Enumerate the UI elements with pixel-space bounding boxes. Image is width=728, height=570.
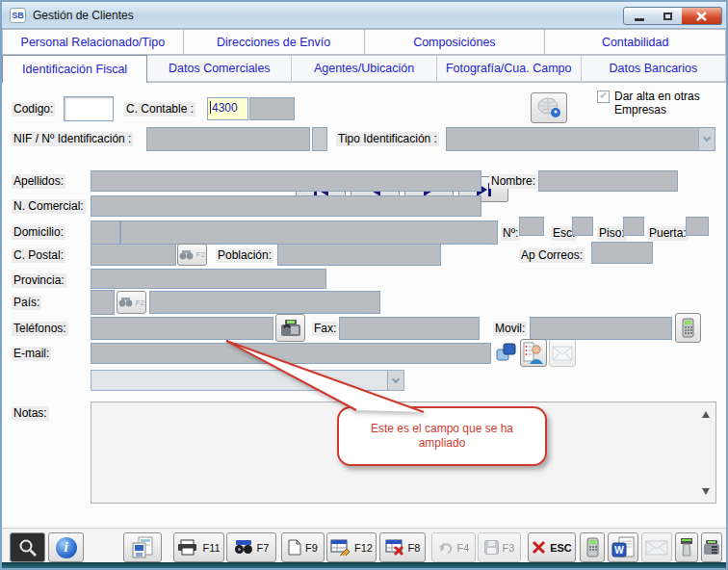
f4-label: F4: [457, 542, 470, 554]
contact-person-icon: [523, 342, 544, 364]
new-document-icon: [288, 539, 301, 556]
subcuenta-input[interactable]: [249, 97, 295, 120]
nif-extra-button[interactable]: [312, 127, 327, 151]
c-postal-search-button[interactable]: F2: [177, 244, 207, 266]
pais-input[interactable]: [149, 291, 380, 314]
dropdown-button[interactable]: [387, 371, 403, 390]
edit-grid-icon: [330, 539, 351, 556]
telefonos-label: Teléfonos:: [12, 322, 68, 336]
apellidos-input[interactable]: [91, 170, 481, 192]
binoculars-icon: [118, 298, 133, 307]
two-windows-icon: [495, 342, 518, 363]
f11-label: F11: [202, 542, 220, 554]
contable-label: C. Contable :: [124, 102, 195, 117]
tab-datos-comerciales[interactable]: Datos Comerciales: [147, 55, 292, 82]
domicilio-input[interactable]: [120, 220, 498, 245]
notas-label: Notas:: [12, 406, 49, 421]
f2-shortcut-label: F2: [196, 250, 205, 259]
movil-input[interactable]: [530, 317, 672, 340]
edit-record-button[interactable]: F12: [326, 532, 377, 562]
app-logo-icon: SB: [10, 8, 26, 23]
title-bar[interactable]: SB Gestión de Clientes: [2, 2, 726, 29]
web-info-button[interactable]: [531, 92, 567, 123]
calculator-button[interactable]: [580, 532, 605, 562]
dropdown-button[interactable]: [698, 128, 715, 150]
binoculars-icon: [234, 540, 253, 555]
tab-agentes-ubicacion[interactable]: Agentes/Ubicación: [292, 55, 436, 82]
tab-strip-bottom: Identificación Fiscal Datos Comerciales …: [2, 55, 726, 83]
contact-card-button[interactable]: [520, 339, 547, 367]
cancel-button[interactable]: ESC: [528, 532, 576, 562]
window-title: Gestión de Clientes: [33, 9, 134, 22]
undo-button[interactable]: F4: [431, 532, 476, 562]
minimize-icon: [635, 18, 644, 21]
codigo-input[interactable]: [64, 96, 114, 121]
email-input[interactable]: [91, 343, 491, 364]
export-report-button[interactable]: [123, 532, 162, 562]
info-button[interactable]: i: [48, 532, 84, 562]
tab-fotografia-cua-campo[interactable]: Fotografía/Cua. Campo: [437, 55, 582, 82]
tab-composiciones[interactable]: Composiciónes: [365, 29, 546, 55]
dial-mobile-button[interactable]: [675, 313, 701, 343]
word-document-button[interactable]: W: [608, 532, 638, 562]
esc-input[interactable]: [572, 217, 593, 236]
maximize-icon: [663, 13, 672, 20]
tab-datos-bancarios[interactable]: Datos Bancarios: [582, 55, 726, 82]
scroll-down-button[interactable]: [700, 485, 712, 497]
pais-label: País:: [12, 296, 41, 310]
nif-input[interactable]: [146, 127, 310, 151]
callout-text: Este es el campo que se ha ampliado: [355, 422, 529, 451]
status-strip: [2, 562, 726, 568]
dar-alta-label: Dar alta en otras Empresas: [614, 90, 722, 117]
pais-search-button[interactable]: F2: [117, 291, 146, 314]
phone-icon: [280, 319, 301, 337]
n-comercial-input[interactable]: [91, 195, 481, 217]
scanner-button[interactable]: [675, 532, 698, 562]
puerta-input[interactable]: [686, 217, 709, 236]
codigo-label: Codigo:: [12, 102, 55, 117]
dar-alta-checkbox[interactable]: [597, 91, 610, 103]
f2-shortcut-label: F2: [136, 298, 144, 307]
contable-input[interactable]: 4300: [207, 97, 248, 120]
chevron-down-icon: [703, 134, 711, 142]
printer-icon: [177, 539, 198, 556]
mail-message-button[interactable]: [549, 339, 576, 367]
zoom-button[interactable]: [10, 532, 45, 562]
dial-phone-button[interactable]: [275, 314, 305, 342]
piso-input[interactable]: [623, 217, 644, 236]
puerta-label: Puerta:: [647, 226, 689, 241]
phone-dialer-button[interactable]: [701, 532, 722, 562]
provincia-input[interactable]: [91, 269, 326, 289]
poblacion-input[interactable]: [277, 244, 441, 266]
tab-personal-relacionado[interactable]: Personal Relacionado/Tipo: [2, 29, 184, 55]
search-button[interactable]: F7: [226, 532, 276, 562]
app-window: SB Gestión de Clientes Personal Relacion…: [0, 0, 728, 570]
ap-correos-input[interactable]: [591, 242, 653, 264]
new-record-button[interactable]: F9: [281, 532, 325, 562]
tab-contabilidad[interactable]: Contabilidad: [545, 29, 726, 55]
save-button[interactable]: F3: [478, 532, 521, 562]
delete-record-button[interactable]: F8: [379, 532, 426, 562]
pais-code-input[interactable]: [91, 290, 115, 315]
tab-identificacion-fiscal[interactable]: Identificación Fiscal: [2, 55, 147, 83]
magnifier-icon: [18, 538, 38, 557]
send-mail-button[interactable]: [641, 532, 672, 562]
telefonos-input[interactable]: [91, 317, 273, 340]
email-type-select[interactable]: [91, 370, 404, 391]
numero-input[interactable]: [519, 217, 544, 236]
scroll-up-button[interactable]: [700, 408, 712, 420]
minimize-button[interactable]: [623, 7, 655, 25]
info-icon: i: [56, 537, 77, 558]
c-postal-input[interactable]: [91, 244, 176, 266]
send-email-button[interactable]: [495, 342, 518, 367]
word-document-icon: W: [611, 536, 635, 559]
nombre-input[interactable]: [538, 170, 678, 192]
close-button[interactable]: [682, 7, 722, 25]
maximize-button[interactable]: [654, 7, 683, 25]
mobile-device-icon: [586, 537, 599, 557]
tab-direcciones-envio[interactable]: Direcciones de Envío: [184, 29, 365, 55]
via-input[interactable]: [91, 220, 120, 245]
print-button[interactable]: F11: [173, 532, 224, 562]
tipo-identificacion-select[interactable]: [446, 127, 715, 151]
fax-input[interactable]: [339, 317, 480, 340]
